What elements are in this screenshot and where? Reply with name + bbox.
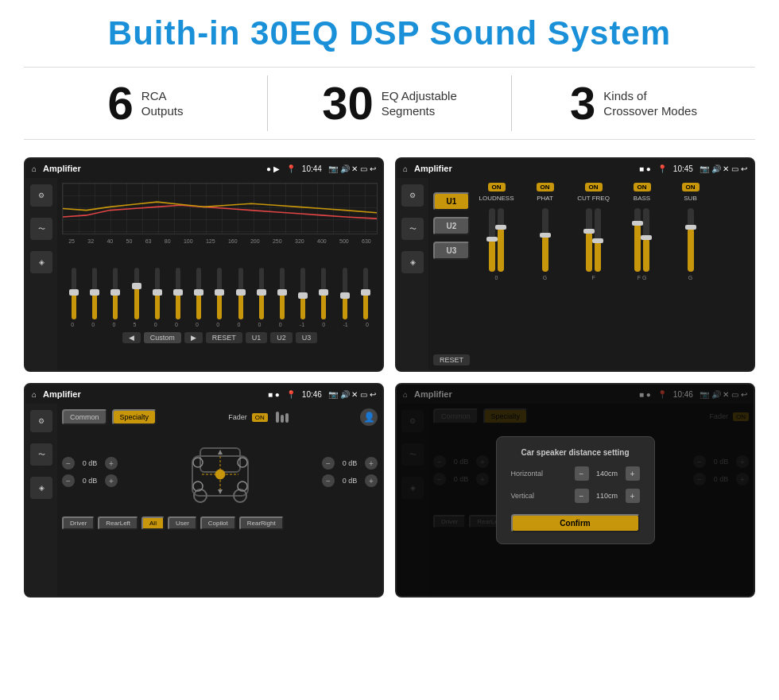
cross-side-btn-2[interactable]: 〜 [401,218,424,240]
eq-slider-col-12 [300,268,305,319]
fader-status-icons: 📷 🔊 ✕ ▭ ↩ [328,390,376,399]
eq-dots: ● ▶ [266,164,280,173]
svg-point-4 [193,458,203,467]
eq-side-btn-2[interactable]: 〜 [30,218,52,240]
stat-number-30: 30 [322,80,374,126]
sub-sliders [688,208,694,272]
distance-screen-card: ⌂ Amplifier ■ ● 📍 10:46 📷 🔊 ✕ ▭ ↩ ⚙ 〜 ◈ … [395,383,755,598]
eq-side-btn-3[interactable]: ◈ [30,251,52,273]
bass-col: ON BASS F G [620,183,664,365]
fader-home-icon[interactable]: ⌂ [32,390,37,399]
channels-area: ON LOUDNESS 0 ON PHAT [475,183,749,365]
eq-slider-col-7 [196,268,201,319]
horizontal-minus-btn[interactable]: − [575,466,589,481]
cross-reset-btn[interactable]: RESET [433,354,470,365]
cross-home-icon[interactable]: ⌂ [403,164,408,173]
vol-minus-rr[interactable]: − [322,474,335,487]
eq-slider-col-9 [238,268,243,319]
fader-bottom-bar: Driver RearLeft All User Copilot RearRig… [62,516,378,530]
fader-main-area: Common Specialty Fader ON 👤 [57,404,382,596]
eq-slider-col-2 [92,268,97,319]
eq-graph [62,183,378,234]
user-btn[interactable]: User [168,516,197,530]
eq-slider-col-8 [217,268,222,319]
eq-next-btn[interactable]: ▶ [184,332,203,343]
rearright-btn[interactable]: RearRight [239,516,284,530]
fader-status-bar: ⌂ Amplifier ■ ● 📍 10:46 📷 🔊 ✕ ▭ ↩ [25,385,382,404]
horizontal-plus-btn[interactable]: + [626,466,640,481]
vol-plus-fr[interactable]: + [365,457,378,470]
rearleft-btn[interactable]: RearLeft [98,516,138,530]
phat-label: PHAT [537,195,553,202]
u3-button[interactable]: U3 [433,242,470,260]
vertical-control: − 110cm + [575,489,640,503]
eq-reset-btn[interactable]: RESET [206,332,242,343]
cutfreq-col: ON CUT FREQ F [572,183,615,365]
home-icon[interactable]: ⌂ [32,164,37,173]
eq-side-btn-1[interactable]: ⚙ [30,184,52,207]
fader-side-btn-2[interactable]: 〜 [30,443,52,466]
stats-row: 6 RCAOutputs 30 EQ AdjustableSegments 3 … [24,67,755,140]
eq-u1-btn[interactable]: U1 [246,332,268,343]
phat-col: ON PHAT G [523,183,567,365]
vertical-row: Vertical − 110cm + [511,489,640,503]
stat-number-3: 3 [570,80,595,126]
confirm-button[interactable]: Confirm [511,514,640,532]
fader-dots: ■ ● [268,390,280,399]
vol-plus-rr[interactable]: + [365,474,378,487]
main-title: Buith-in 30EQ DSP Sound System [24,14,755,52]
cross-side-btn-3[interactable]: ◈ [401,251,424,273]
eq-slider-col-15 [363,268,368,319]
dialog-overlay: Car speaker distance setting Horizontal … [397,385,754,596]
eq-slider-col-10 [259,268,264,319]
vol-plus-rl[interactable]: + [105,474,118,487]
eq-preset-btn[interactable]: Custom [144,332,181,343]
driver-btn[interactable]: Driver [62,516,95,530]
vertical-plus-btn[interactable]: + [626,489,640,503]
eq-u3-btn[interactable]: U3 [296,332,318,343]
specialty-tab-btn[interactable]: Specialty [112,409,157,425]
vertical-label: Vertical [511,492,555,500]
stat-label-crossover: Kinds ofCrossover Modes [603,88,697,119]
eq-prev-btn[interactable]: ◀ [122,332,141,343]
fader-sliders-icon [276,412,289,423]
stat-eq: 30 EQ AdjustableSegments [267,75,511,131]
all-btn[interactable]: All [141,516,165,530]
eq-slider-col-1 [72,268,76,319]
cutfreq-sliders [586,208,601,272]
loudness-sliders [489,208,504,272]
cross-title: Amplifier [414,164,633,173]
eq-bottom-bar: ◀ Custom ▶ RESET U1 U2 U3 [62,332,378,343]
copilot-btn[interactable]: Copilot [200,516,236,530]
horizontal-value: 140cm [592,470,622,478]
vol-minus-fr[interactable]: − [322,457,335,470]
left-volumes: − 0 dB + − 0 dB + [62,457,118,487]
crossover-screen-content: ⚙ 〜 ◈ U1 U2 U3 RESET ON [397,178,754,370]
vertical-minus-btn[interactable]: − [575,489,589,503]
eq-u2-btn[interactable]: U2 [270,332,293,343]
screenshots-grid: ⌂ Amplifier ● ▶ 📍 10:44 📷 🔊 ✕ ▭ ↩ ⚙ 〜 ◈ [24,157,755,598]
vol-minus-fl[interactable]: − [62,457,75,470]
vertical-value: 110cm [592,492,622,500]
loudness-col: ON LOUDNESS 0 [475,183,518,365]
fader-side-btn-3[interactable]: ◈ [30,477,52,499]
u1-button[interactable]: U1 [433,192,470,211]
fader-label-text: Fader [228,413,247,421]
u2-button[interactable]: U2 [433,217,470,235]
common-tab-btn[interactable]: Common [62,409,107,425]
loudness-label: LOUDNESS [479,195,514,202]
svg-marker-11 [218,450,223,454]
cutfreq-label: CUT FREQ [577,195,610,202]
eq-slider-col-6 [176,268,180,319]
horizontal-control: − 140cm + [575,466,640,481]
fader-side-btn-1[interactable]: ⚙ [30,410,52,432]
eq-slider-col-3 [113,268,118,319]
cross-side-btn-1[interactable]: ⚙ [401,184,424,207]
eq-status-bar: ⌂ Amplifier ● ▶ 📍 10:44 📷 🔊 ✕ ▭ ↩ [25,159,382,178]
u-buttons-col: U1 U2 U3 RESET [433,183,470,365]
crossover-main-area: U1 U2 U3 RESET ON LOUDNESS [428,178,754,370]
vol-minus-rl[interactable]: − [62,474,75,487]
stat-rca: 6 RCAOutputs [24,75,267,131]
vol-plus-fl[interactable]: + [105,457,118,470]
eq-main-area: 253240506380100125160200250320400500630 [57,178,382,370]
